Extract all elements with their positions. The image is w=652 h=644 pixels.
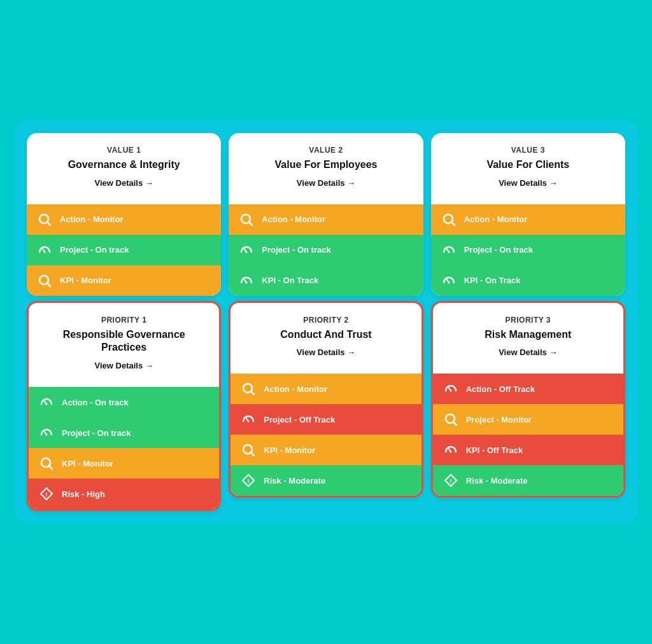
search-icon: [36, 211, 53, 228]
column-1: VALUE 1Governance & IntegrityView Detail…: [27, 133, 221, 511]
view-details-link[interactable]: View Details →: [239, 172, 413, 198]
status-label: Project - On track: [262, 245, 330, 255]
status-label: KPI - On Track: [262, 276, 318, 285]
svg-line-37: [453, 422, 457, 425]
priority-card-3: PRIORITY 3Risk ManagementView Details → …: [431, 301, 625, 498]
priority-view-details-link[interactable]: View Details →: [443, 341, 613, 367]
svg-line-15: [249, 222, 252, 225]
svg-point-39: [450, 451, 451, 453]
gauge-icon: [442, 380, 460, 398]
status-label: Risk - Moderate: [264, 476, 325, 486]
diamond-icon: !: [239, 472, 257, 489]
priority-label: PRIORITY 2: [241, 316, 411, 325]
priority-view-details-link[interactable]: View Details →: [39, 354, 209, 381]
search-icon: [36, 272, 53, 290]
view-details-link[interactable]: View Details →: [441, 172, 615, 198]
search-icon: [237, 211, 255, 228]
svg-text:!: !: [248, 478, 250, 484]
priority-status-row-3: KPI - Monitor: [230, 435, 421, 465]
gauge-icon: [36, 241, 53, 259]
svg-point-3: [44, 251, 46, 253]
svg-point-17: [246, 251, 248, 253]
value-title: Value For Employees: [239, 158, 413, 172]
status-label: Action - Off Track: [466, 384, 535, 394]
search-icon: [442, 410, 460, 428]
svg-line-21: [251, 391, 254, 395]
priority-label: PRIORITY 3: [443, 316, 613, 325]
svg-line-5: [47, 283, 50, 286]
svg-point-31: [448, 251, 450, 253]
gauge-icon: [237, 241, 255, 259]
svg-text:!: !: [450, 478, 451, 484]
value-card-3: VALUE 3Value For ClientsView Details → A…: [431, 133, 625, 296]
priority-card-1: PRIORITY 1Responsible Governance Practic…: [27, 301, 221, 512]
priority-status-row-3: KPI - Off Track: [433, 435, 623, 465]
status-label: Project - Monitor: [466, 415, 532, 424]
status-label: KPI - Monitor: [62, 459, 113, 468]
value-title: Value For Clients: [441, 158, 615, 172]
priority-status-row-2: Project - On track: [29, 417, 219, 448]
status-label: Action - Monitor: [464, 214, 528, 224]
priority-title: Conduct And Trust: [241, 328, 411, 342]
value-status-row-2: Project - On track: [27, 235, 221, 265]
status-label: KPI - On Track: [464, 276, 521, 285]
column-3: VALUE 3Value For ClientsView Details → A…: [431, 133, 625, 511]
status-label: Risk - Moderate: [466, 476, 528, 486]
search-icon: [239, 380, 257, 398]
svg-text:!: !: [46, 491, 48, 498]
value-card-2: VALUE 2Value For EmployeesView Details →…: [229, 133, 423, 296]
value-status-row-1: Action - Monitor: [27, 204, 221, 235]
gauge-icon: [442, 441, 460, 459]
svg-point-33: [448, 281, 450, 283]
status-label: Risk - High: [62, 489, 105, 499]
diamond-icon: !: [38, 485, 55, 503]
value-status-row-3: KPI - On Track: [229, 265, 423, 296]
priority-status-row-4: ! Risk - High: [29, 479, 219, 509]
value-status-row-1: Action - Monitor: [229, 204, 423, 235]
status-label: Project - On track: [62, 428, 131, 438]
diamond-icon: !: [442, 472, 460, 489]
value-label: VALUE 2: [239, 146, 413, 155]
value-status-row-2: Project - On track: [431, 235, 625, 265]
view-details-link[interactable]: View Details →: [37, 172, 211, 198]
priority-title: Responsible Governance Practices: [39, 328, 209, 355]
priority-status-row-2: Project - Monitor: [433, 404, 623, 435]
status-label: Action - Monitor: [262, 214, 325, 224]
status-label: Action - Monitor: [60, 214, 124, 224]
priority-status-row-4: ! Risk - Moderate: [230, 465, 421, 496]
svg-point-23: [248, 421, 250, 423]
search-icon: [440, 211, 458, 228]
value-status-row-1: Action - Monitor: [431, 204, 625, 235]
priority-view-details-link[interactable]: View Details →: [241, 341, 411, 367]
svg-point-7: [46, 403, 48, 405]
priority-status-row-1: Action - Monitor: [230, 374, 421, 404]
priority-label: PRIORITY 1: [39, 316, 209, 325]
svg-line-25: [251, 452, 254, 456]
status-label: Project - On track: [60, 245, 129, 255]
priority-status-row-2: Project - Off Track: [230, 404, 421, 435]
priority-status-row-3: KPI - Monitor: [29, 448, 219, 479]
status-label: KPI - Monitor: [60, 276, 111, 285]
svg-line-11: [49, 466, 52, 469]
status-label: Action - Monitor: [264, 384, 327, 394]
gauge-icon: [237, 272, 255, 290]
value-status-row-3: KPI - On Track: [431, 265, 625, 296]
status-label: KPI - Monitor: [264, 445, 315, 455]
status-label: KPI - Off Track: [466, 445, 523, 455]
priority-status-row-4: ! Risk - Moderate: [433, 465, 623, 496]
main-container: VALUE 1Governance & IntegrityView Detail…: [14, 120, 638, 524]
svg-point-19: [246, 281, 248, 283]
gauge-icon: [239, 410, 257, 428]
priority-status-row-1: Action - Off Track: [433, 374, 623, 404]
value-status-row-2: Project - On track: [229, 235, 423, 265]
status-label: Project - On track: [464, 245, 533, 255]
svg-line-29: [451, 222, 455, 225]
svg-point-9: [46, 434, 48, 436]
value-title: Governance & Integrity: [37, 158, 211, 172]
status-label: Project - Off Track: [264, 415, 335, 424]
value-label: VALUE 1: [37, 146, 211, 155]
priority-status-row-1: Action - On track: [29, 387, 219, 417]
svg-line-1: [47, 222, 50, 225]
gauge-icon: [38, 393, 55, 411]
value-status-row-3: KPI - Monitor: [27, 265, 221, 296]
